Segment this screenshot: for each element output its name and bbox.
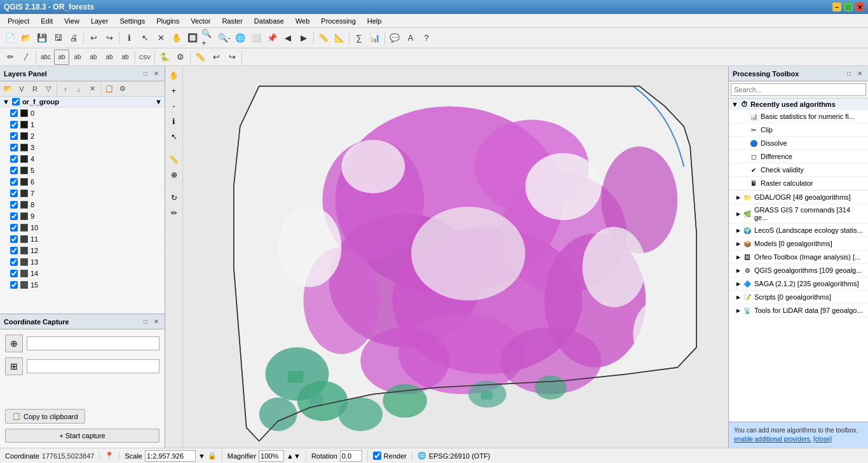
- menu-item-plugins[interactable]: Plugins: [151, 16, 184, 26]
- recently-used-item[interactable]: ◻Difference: [729, 150, 868, 163]
- undo-edits[interactable]: ↩: [208, 50, 224, 65]
- digitize-pencil[interactable]: ✏: [3, 50, 18, 65]
- enable-providers-link[interactable]: enable additional providers.: [734, 436, 811, 443]
- summary-button[interactable]: ∑: [351, 31, 367, 46]
- open-attribute-table[interactable]: 📋: [103, 83, 116, 95]
- undo-button[interactable]: ↩: [86, 31, 101, 46]
- remove-layer[interactable]: ✕: [86, 83, 98, 95]
- layer-checkbox[interactable]: [10, 190, 18, 197]
- recently-used-item[interactable]: 🔵Dissolve: [729, 137, 868, 150]
- layer-checkbox[interactable]: [10, 155, 18, 163]
- layer-properties[interactable]: ⚙: [116, 83, 129, 95]
- epsg-label[interactable]: EPSG:26910 (OTF): [429, 452, 491, 460]
- copy-to-clipboard-button[interactable]: 📋 Copy to clipboard: [5, 409, 85, 424]
- select-button[interactable]: ↖: [137, 31, 153, 46]
- zoom-out-button[interactable]: 🔍-: [217, 31, 232, 46]
- menu-item-database[interactable]: Database: [249, 16, 289, 26]
- processing-restore[interactable]: □: [844, 69, 853, 78]
- recently-used-item[interactable]: 🖩Raster calculator: [729, 177, 868, 190]
- layers-panel-restore[interactable]: □: [141, 69, 150, 78]
- menu-item-vector[interactable]: Vector: [186, 16, 215, 26]
- python-button[interactable]: 🐍: [157, 50, 172, 65]
- label-text-button[interactable]: abc: [38, 50, 53, 65]
- recently-used-header[interactable]: ▼ ⏱ Recently used algorithms: [729, 99, 868, 110]
- toolbox-group-item[interactable]: ▶🌍LecoS (Landscape ecology statis...: [729, 224, 868, 237]
- layer-item[interactable]: 8: [0, 199, 165, 211]
- map-identify-tool[interactable]: ℹ: [167, 114, 181, 128]
- layer-item[interactable]: 12: [0, 245, 165, 256]
- redo-button[interactable]: ↪: [102, 31, 117, 46]
- digitize-line[interactable]: ╱: [18, 50, 34, 65]
- open-layer-button[interactable]: 📂: [2, 83, 15, 95]
- map-coord-tool[interactable]: ⊕: [167, 168, 181, 182]
- layer-checkbox[interactable]: [10, 247, 18, 254]
- layer-item[interactable]: 15: [0, 279, 165, 291]
- map-rotate-tool[interactable]: ↻: [167, 191, 181, 205]
- label-pin[interactable]: ab: [86, 50, 101, 65]
- label-move[interactable]: ab: [102, 50, 117, 65]
- save-project-button[interactable]: 💾: [34, 31, 50, 46]
- toolbox-group-item[interactable]: ▶⚙QGIS geoalgorithms [109 geoalg...: [729, 264, 868, 277]
- save-as-button[interactable]: 🖫: [50, 31, 65, 46]
- menu-item-layer[interactable]: Layer: [86, 16, 114, 26]
- measure-area-button[interactable]: 📐: [332, 31, 347, 46]
- grid-icon[interactable]: ⊞: [5, 357, 23, 375]
- map-select-tool[interactable]: ↖: [167, 130, 181, 144]
- layer-checkbox[interactable]: [10, 270, 18, 277]
- zoom-full-button[interactable]: 🌐: [233, 31, 248, 46]
- layer-item[interactable]: 5: [0, 165, 165, 176]
- toolbox-group-item[interactable]: ▶📦Models [0 geoalgorithms]: [729, 237, 868, 251]
- menu-item-processing[interactable]: Processing: [316, 16, 360, 26]
- group-checkbox[interactable]: [12, 98, 20, 106]
- move-layer-down[interactable]: ↓: [72, 83, 85, 95]
- coord-restore[interactable]: □: [141, 317, 150, 326]
- map-zoom-in-tool[interactable]: +: [167, 84, 181, 98]
- coord-input-1[interactable]: [27, 336, 159, 350]
- measure-button[interactable]: 📏: [316, 31, 331, 46]
- print-button[interactable]: 🖨: [66, 31, 81, 46]
- magnifier-spinner[interactable]: ▲▼: [287, 452, 301, 460]
- layer-item[interactable]: 1: [0, 119, 165, 130]
- layer-checkbox[interactable]: [10, 224, 18, 232]
- tips-button[interactable]: 💬: [387, 31, 402, 46]
- start-capture-button[interactable]: + Start capture: [5, 429, 159, 443]
- menu-item-raster[interactable]: Raster: [217, 16, 247, 26]
- zoom-selection-button[interactable]: 📌: [264, 31, 280, 46]
- new-project-button[interactable]: 📄: [3, 31, 18, 46]
- toolbox-group-item[interactable]: ▶🔷SAGA (2.1.2) [235 geoalgorithms]: [729, 277, 868, 291]
- filter-button[interactable]: ▽: [42, 83, 55, 95]
- close-button[interactable]: ✕: [855, 3, 864, 11]
- zoom-in-button[interactable]: 🔍+: [201, 31, 216, 46]
- layer-item[interactable]: 3: [0, 142, 165, 153]
- deselect-button[interactable]: ✕: [153, 31, 168, 46]
- prev-zoom-button[interactable]: ◀: [280, 31, 295, 46]
- magnifier-input[interactable]: [259, 450, 284, 462]
- toolbox-group-item[interactable]: ▶📝Scripts [0 geoalgorithms]: [729, 291, 868, 304]
- menu-item-project[interactable]: Project: [3, 16, 34, 26]
- add-raster-button[interactable]: R: [29, 83, 41, 95]
- layer-item[interactable]: 9: [0, 211, 165, 222]
- zoom-layer-button[interactable]: ⬜: [248, 31, 264, 46]
- map-pan-tool[interactable]: ✋: [167, 69, 181, 83]
- coord-input-2[interactable]: [27, 359, 159, 373]
- layer-group[interactable]: ▼ or_f_group ▼: [0, 97, 165, 107]
- pan-button[interactable]: ✋: [169, 31, 184, 46]
- layer-checkbox[interactable]: [10, 178, 18, 186]
- capture-point-icon[interactable]: ⊕: [5, 335, 23, 352]
- toolbox-group-item[interactable]: ▶🖼Orfeo Toolbox (Image analysis) [...: [729, 251, 868, 264]
- menu-item-edit[interactable]: Edit: [36, 16, 58, 26]
- pan-to-selection[interactable]: 🔲: [185, 31, 200, 46]
- menu-item-web[interactable]: Web: [290, 16, 315, 26]
- map-measure-tool[interactable]: 📏: [167, 153, 181, 167]
- layer-item[interactable]: 11: [0, 233, 165, 245]
- measure-line2[interactable]: 📏: [193, 50, 208, 65]
- layer-checkbox[interactable]: [10, 144, 18, 151]
- layer-checkbox[interactable]: [10, 281, 18, 289]
- scale-dropdown[interactable]: ▼: [198, 452, 205, 460]
- recently-used-item[interactable]: ✂Clip: [729, 123, 868, 137]
- map-zoom-out-tool[interactable]: -: [167, 99, 181, 113]
- map-annotate-tool[interactable]: ✏: [167, 206, 181, 220]
- layer-item[interactable]: 6: [0, 176, 165, 188]
- layer-checkbox[interactable]: [10, 235, 18, 243]
- layer-item[interactable]: 0: [0, 107, 165, 119]
